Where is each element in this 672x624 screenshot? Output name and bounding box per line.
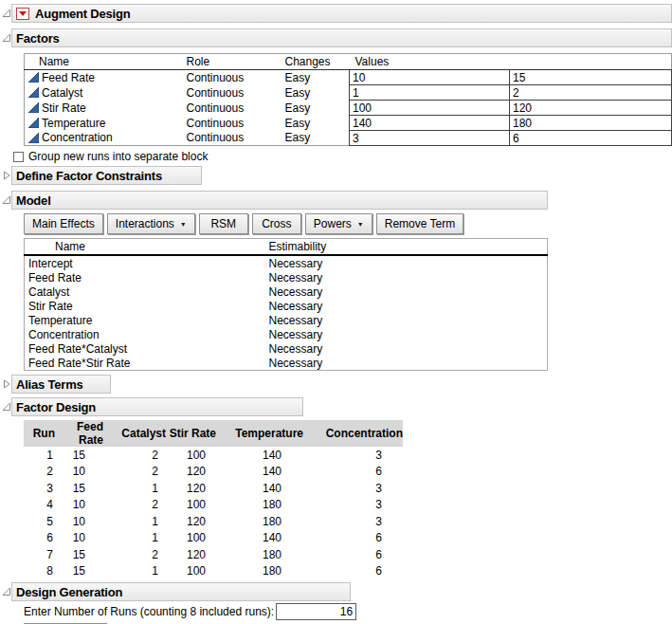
alias-title: Alias Terms [16,377,83,392]
factor-name-cell[interactable]: Catalyst [25,85,187,100]
temperature-value: 140 [218,530,305,547]
model-term-row[interactable]: Catalyst Necessary [25,284,548,299]
alias-header[interactable]: Alias Terms [11,375,111,394]
catalyst-value: 1 [106,530,169,547]
model-term-name: Feed Rate*Stir Rate [25,356,269,371]
design-generation-header[interactable]: Design Generation [11,582,351,601]
factor-design-table: RunFeed RateCatalystStir RateTemperature… [24,420,403,579]
rsm-button[interactable]: RSM [199,213,248,234]
factor-name: Catalyst [42,86,82,100]
continuous-factor-icon [28,72,39,83]
dropdown-arrow-icon: ▼ [357,221,364,228]
factor-row: Stir Rate Continuous Easy 100 120 [25,101,672,116]
temperature-value: 180 [218,546,305,563]
stir-rate-value: 100 [169,497,218,514]
factor-name-cell[interactable]: Feed Rate [25,70,187,84]
temperature-value: 180 [218,563,305,580]
group-runs-checkbox[interactable] [13,152,24,162]
factor-changes-cell[interactable]: Easy [285,101,350,116]
factors-col-name: Name [25,54,187,70]
factor-changes-cell[interactable]: Easy [285,131,350,146]
factor-low-value-cell[interactable]: 140 [350,116,510,131]
factors-header[interactable]: Factors [11,28,672,47]
number-of-runs-input[interactable] [276,603,356,620]
cross-button[interactable]: Cross [252,213,301,234]
factors-header-row: Name Role Changes Values [25,54,672,70]
temperature-value: 140 [218,480,305,497]
factor-high-value-cell[interactable]: 180 [510,116,672,131]
factor-design-title: Factor Design [16,400,96,414]
factor-low-value-cell[interactable]: 10 [350,70,510,85]
factor-role-cell[interactable]: Continuous [187,116,285,131]
factor-design-header[interactable]: Factor Design [11,397,303,416]
factor-high-value-cell[interactable]: 120 [510,101,672,116]
model-term-row[interactable]: Temperature Necessary [25,313,548,327]
factors-table: Name Role Changes Values Feed Rate Conti… [24,53,672,146]
factor-high-value-cell[interactable]: 15 [510,70,672,85]
factor-name-cell[interactable]: Concentration [25,131,187,145]
model-term-row[interactable]: Intercept Necessary [25,255,548,270]
group-runs-row: Group new runs into separate block [13,150,672,163]
factor-changes-cell[interactable]: Easy [285,70,350,85]
model-term-row[interactable]: Feed Rate Necessary [25,270,548,284]
model-term-row[interactable]: Stir Rate Necessary [25,299,548,313]
red-triangle-menu-button[interactable] [16,8,29,20]
factor-name: Temperature [42,117,105,130]
run-number: 1 [24,447,57,464]
factor-row: Concentration Continuous Easy 3 6 [25,131,672,146]
stir-rate-value: 120 [169,513,218,530]
alias-section: Alias Terms [2,375,672,394]
model-term-name: Feed Rate [25,270,269,284]
disclosure-open-icon[interactable] [2,195,11,205]
number-of-runs-row: Enter Number of Runs (counting 8 include… [24,603,672,620]
concentration-value: 3 [305,480,403,497]
factor-name-cell[interactable]: Stir Rate [25,101,187,115]
augment-design-header[interactable]: Augment Design [11,4,672,23]
catalyst-value: 1 [106,563,169,580]
model-header[interactable]: Model [11,191,548,210]
factor-design-col-header: Concentration [305,420,403,447]
model-term-row[interactable]: Feed Rate*Stir Rate Necessary [25,356,548,371]
disclosure-open-icon[interactable] [2,33,11,43]
remove-term-button[interactable]: Remove Term [376,213,463,234]
factor-high-value-cell[interactable]: 6 [510,131,672,146]
disclosure-open-icon[interactable] [2,402,11,412]
augment-design-window: Augment Design Factors Name Role Changes… [0,0,672,624]
factor-role-cell[interactable]: Continuous [187,131,285,146]
model-term-estimability: Necessary [269,327,548,341]
interactions-button[interactable]: Interactions▼ [107,213,195,234]
disclosure-closed-icon[interactable] [2,171,11,180]
factor-low-value-cell[interactable]: 1 [350,85,510,101]
factor-changes-cell[interactable]: Easy [285,116,350,131]
model-term-estimability: Necessary [269,270,548,284]
factor-name-cell[interactable]: Temperature [25,116,187,130]
group-runs-label: Group new runs into separate block [28,150,208,163]
feed-rate-value: 10 [57,497,106,514]
design-generation-section: Design Generation [2,582,672,601]
factor-design-row: 1 15 2 100 140 3 [24,447,403,464]
feed-rate-value: 15 [57,447,106,464]
powers-button[interactable]: Powers▼ [305,213,372,234]
factor-role-cell[interactable]: Continuous [187,70,285,85]
model-col-estimability: Estimability [269,239,548,256]
main-effects-button[interactable]: Main Effects [24,213,103,234]
model-term-estimability: Necessary [269,255,548,270]
model-term-row[interactable]: Feed Rate*Catalyst Necessary [25,341,548,356]
dropdown-arrow-icon: ▼ [180,221,187,228]
concentration-value: 3 [305,447,403,464]
disclosure-open-icon[interactable] [2,9,11,18]
factor-low-value-cell[interactable]: 3 [350,131,510,146]
factor-low-value-cell[interactable]: 100 [350,101,510,116]
disclosure-closed-icon[interactable] [2,379,11,389]
constraints-title: Define Factor Constraints [16,169,162,183]
model-term-row[interactable]: Concentration Necessary [25,327,548,341]
factor-role-cell[interactable]: Continuous [187,101,285,116]
factor-design-row: 7 15 2 120 180 6 [24,546,403,563]
constraints-header[interactable]: Define Factor Constraints [11,166,202,185]
factor-changes-cell[interactable]: Easy [285,85,350,101]
disclosure-open-icon[interactable] [2,587,11,596]
factor-role-cell[interactable]: Continuous [187,85,285,101]
stir-rate-value: 120 [169,546,218,563]
factor-high-value-cell[interactable]: 2 [510,85,672,101]
feed-rate-value: 15 [57,546,106,563]
